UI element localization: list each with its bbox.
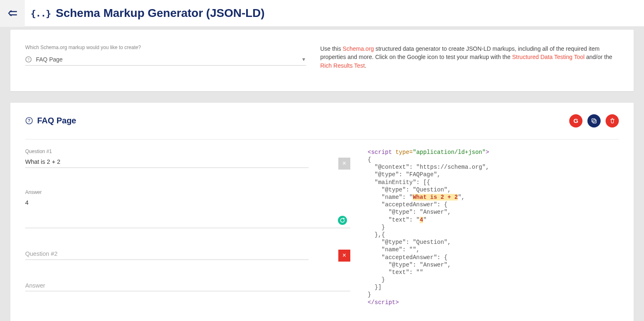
collapse-menu-button[interactable] <box>0 0 25 27</box>
code-token: "application/ld+json" <box>413 149 485 156</box>
code-token: "acceptedAnswer": { <box>368 201 447 208</box>
braces-icon: {..} <box>31 8 51 19</box>
code-token: "@context": "https://schema.org", <box>368 164 489 170</box>
answer-1-input[interactable] <box>25 198 350 228</box>
code-token: "@type": "Answer", <box>368 209 451 215</box>
selector-card: Which Schema.org markup would you like t… <box>10 30 634 91</box>
select-value: FAQ Page <box>36 56 301 63</box>
svg-text:?: ? <box>28 119 30 123</box>
question-2-input[interactable] <box>25 250 309 260</box>
page-title-wrap: {..} Schema Markup Generator (JSON-LD) <box>25 7 265 20</box>
copy-button[interactable] <box>587 114 601 127</box>
code-token: type= <box>392 149 413 156</box>
question-label: Question #1 <box>25 149 350 154</box>
remove-question-1-button: × <box>338 158 350 170</box>
code-token: { <box>368 156 371 163</box>
code-token: "mainEntity": [{ <box>368 179 430 186</box>
code-token: > <box>486 149 489 156</box>
answer-2-group <box>25 281 350 293</box>
google-icon: G <box>573 117 578 124</box>
editor-card: ? FAQ Page G Question #1 <box>10 103 634 321</box>
rich-results-link[interactable]: Rich Results Test <box>320 62 365 69</box>
grammarly-icon[interactable] <box>338 216 347 225</box>
question-2-group: × <box>25 250 350 262</box>
intro-text-part: . <box>365 62 366 69</box>
form-column: Question #1 × Answer <box>25 149 365 306</box>
remove-question-2-button[interactable]: × <box>338 250 350 262</box>
answer-label: Answer <box>25 189 350 195</box>
answer-1-group: Answer <box>25 189 350 230</box>
code-token: } <box>368 224 385 231</box>
question-1-group: Question #1 × <box>25 149 350 170</box>
code-token: "acceptedAnswer": { <box>368 254 447 261</box>
page-title: Schema Markup Generator (JSON-LD) <box>56 7 265 20</box>
schema-org-link[interactable]: Schema.org <box>343 45 374 52</box>
code-token: "name": " <box>368 194 413 201</box>
code-token: "text": " <box>368 217 420 223</box>
svg-rect-6 <box>593 120 596 123</box>
code-token: "@type": "Question", <box>368 186 451 193</box>
intro-text-part: and/or the <box>585 54 612 60</box>
delete-button[interactable] <box>606 114 619 127</box>
close-icon: × <box>342 160 346 167</box>
code-token: <script <box>368 149 392 156</box>
svg-text:?: ? <box>28 57 30 61</box>
schema-select[interactable]: ? FAQ Page ▼ <box>25 56 306 66</box>
answer-2-input[interactable] <box>25 281 350 291</box>
code-token: }] <box>368 284 382 290</box>
code-token: ipt> <box>385 299 399 306</box>
google-test-button[interactable]: G <box>569 114 582 127</box>
trash-icon <box>609 118 615 124</box>
svg-rect-7 <box>592 119 595 122</box>
code-preview: <script type="application/ld+json"> { "@… <box>365 149 619 306</box>
code-token: "@type": "Question", <box>368 239 451 245</box>
action-buttons: G <box>569 114 619 127</box>
code-token: },{ <box>368 231 385 238</box>
help-icon: ? <box>25 117 33 125</box>
copy-icon <box>591 118 597 124</box>
intro-text-part: Use this <box>320 45 342 52</box>
code-token: " <box>423 217 426 223</box>
code-token: } <box>368 276 385 283</box>
caret-down-icon: ▼ <box>301 57 306 62</box>
question-1-input[interactable] <box>25 158 309 168</box>
app-header: {..} Schema Markup Generator (JSON-LD) <box>0 0 644 27</box>
help-icon: ? <box>25 56 32 63</box>
code-token: </scr <box>368 299 385 306</box>
code-highlight: What is 2 + 2 <box>413 194 458 201</box>
sdtt-link[interactable]: Structured Data Testing Tool <box>512 54 585 60</box>
section-title-text: FAQ Page <box>37 116 76 125</box>
collapse-icon <box>7 8 17 18</box>
select-label: Which Schema.org markup would you like t… <box>25 45 306 50</box>
intro-text: Use this Schema.org structured data gene… <box>316 45 619 70</box>
code-token: "name": "", <box>368 246 420 253</box>
code-token: "@type": "Answer", <box>368 262 451 268</box>
close-icon: × <box>342 252 346 259</box>
code-token: "text": "" <box>368 269 423 276</box>
code-token: "@type": "FAQPage", <box>368 171 440 178</box>
code-token: } <box>368 291 371 298</box>
code-token: ", <box>458 194 465 201</box>
section-title: ? FAQ Page <box>25 116 76 125</box>
